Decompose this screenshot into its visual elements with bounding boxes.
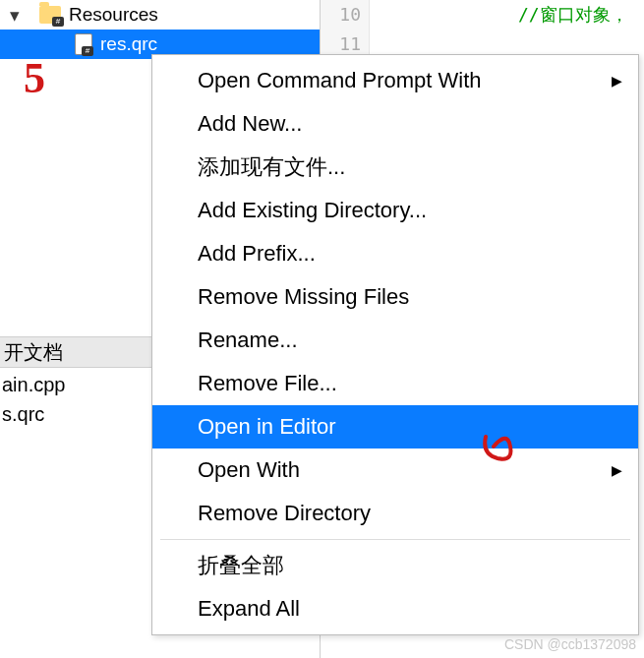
context-menu: Open Command Prompt With ▶ Add New... 添加… xyxy=(151,54,639,635)
line-number: 10 xyxy=(321,0,369,30)
code-comment: //窗口对象， xyxy=(518,4,628,25)
menu-open-with[interactable]: Open With ▶ xyxy=(152,449,638,492)
tree-file-label: res.qrc xyxy=(96,33,157,55)
watermark: CSDN @ccb1372098 xyxy=(504,636,636,652)
open-docs-header-label: 开文档 xyxy=(4,339,63,366)
menu-separator xyxy=(160,539,630,540)
menu-rename[interactable]: Rename... xyxy=(152,319,638,362)
tree-folder-resources[interactable]: ▾ # Resources xyxy=(0,0,320,30)
menu-remove-directory[interactable]: Remove Directory xyxy=(152,492,638,535)
menu-collapse-all[interactable]: 折叠全部 xyxy=(152,544,638,587)
file-icon: # xyxy=(75,33,92,55)
menu-add-prefix[interactable]: Add Prefix... xyxy=(152,232,638,275)
menu-add-existing-directory[interactable]: Add Existing Directory... xyxy=(152,189,638,232)
tree-folder-label: Resources xyxy=(65,4,158,26)
menu-add-existing-files[interactable]: 添加现有文件... xyxy=(152,146,638,189)
menu-open-in-editor[interactable]: Open in Editor xyxy=(152,405,638,449)
code-area[interactable]: xxxxxxxxxxxxx//窗口对象， xyxy=(380,0,628,59)
submenu-arrow-icon: ▶ xyxy=(612,73,622,89)
menu-remove-file[interactable]: Remove File... xyxy=(152,362,638,405)
menu-open-command-prompt[interactable]: Open Command Prompt With ▶ xyxy=(152,59,638,102)
chevron-down-icon: ▾ xyxy=(8,4,22,27)
submenu-arrow-icon: ▶ xyxy=(612,462,622,478)
menu-add-new[interactable]: Add New... xyxy=(152,102,638,146)
folder-icon: # xyxy=(39,6,61,24)
menu-remove-missing-files[interactable]: Remove Missing Files xyxy=(152,275,638,319)
menu-expand-all[interactable]: Expand All xyxy=(152,587,638,630)
